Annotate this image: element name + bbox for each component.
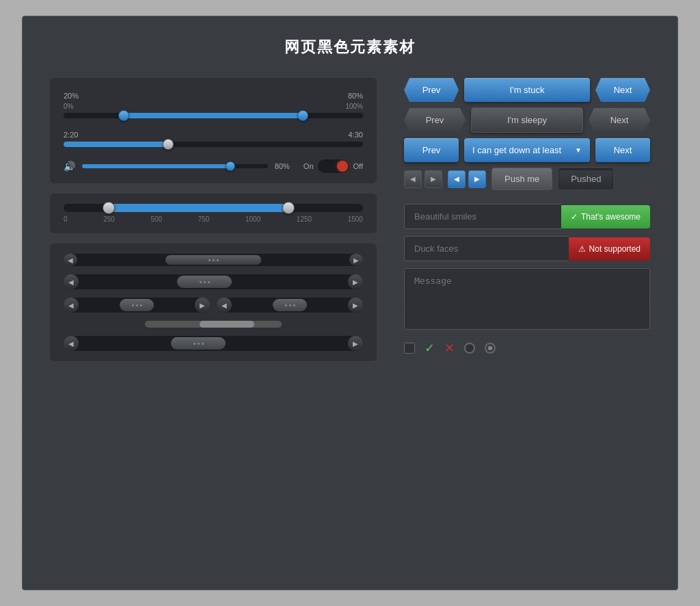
multi-track[interactable] bbox=[64, 204, 363, 212]
hscroll-thumb-2[interactable] bbox=[177, 276, 232, 288]
toggle-off-label: Off bbox=[353, 162, 363, 170]
range-thumb-1-left[interactable] bbox=[118, 110, 129, 121]
scroll-arrow-left-3[interactable]: ◀ bbox=[64, 336, 79, 351]
multi-fill bbox=[109, 204, 288, 212]
prev-button-3[interactable]: Prev bbox=[404, 138, 459, 162]
smiles-badge-text: That's awesome bbox=[581, 212, 641, 222]
range1-left-val: 20% bbox=[64, 92, 79, 100]
volume-icon: 🔊 bbox=[64, 161, 75, 172]
scroll-arrow-right-3[interactable]: ▶ bbox=[348, 336, 363, 351]
form-row-2: ⚠ Not supported bbox=[404, 236, 650, 261]
btn-row-3: Prev I can get down at least ▼ Next bbox=[404, 138, 650, 162]
range-slider-1: 20% 80% 0% 100% bbox=[64, 92, 363, 118]
half-thumb-left[interactable] bbox=[120, 299, 154, 311]
mini-hscroll[interactable] bbox=[145, 321, 282, 328]
radio-dot[interactable] bbox=[485, 343, 496, 354]
volume-thumb[interactable] bbox=[226, 161, 235, 171]
radio-inner bbox=[488, 346, 492, 350]
toggle-on-label: On bbox=[304, 162, 314, 170]
radio-unchecked[interactable] bbox=[464, 343, 475, 354]
sliders-section: 20% 80% 0% 100% 2:2 bbox=[50, 78, 377, 183]
toggle-area: On Off bbox=[304, 159, 363, 173]
range-thumb-2[interactable] bbox=[163, 139, 174, 150]
checkbox-unchecked[interactable] bbox=[404, 343, 415, 354]
smiles-badge-icon: ✓ bbox=[571, 212, 578, 222]
duck-badge-icon: ⚠ bbox=[578, 244, 586, 254]
nav-right-gray[interactable]: ▶ bbox=[425, 170, 442, 188]
content-area: 20% 80% 0% 100% 2:2 bbox=[50, 78, 650, 371]
check-green-icon[interactable]: ✓ bbox=[425, 341, 435, 356]
right-panel: Prev I'm stuck Next Prev I'm sleepy Next… bbox=[404, 78, 650, 371]
mini-hfill bbox=[200, 321, 254, 328]
scroll-arrow-right-1[interactable]: ▶ bbox=[349, 254, 363, 266]
pushed-button[interactable]: Pushed bbox=[558, 168, 614, 190]
next-button-3[interactable]: Next bbox=[595, 138, 650, 162]
multi-thumb-right[interactable] bbox=[282, 202, 295, 214]
beautiful-smiles-input[interactable] bbox=[404, 204, 561, 229]
btn-row-2: Prev I'm sleepy Next bbox=[404, 107, 650, 133]
range2-left-label: 2:20 bbox=[64, 131, 78, 139]
bottom-scroll-section: ◀ ▶ bbox=[64, 336, 363, 351]
multi-thumb-left[interactable] bbox=[103, 202, 115, 214]
next-button-2[interactable]: Next bbox=[589, 108, 650, 132]
scrollbar-section: ◀ ▶ ◀ ▶ bbox=[50, 243, 377, 361]
range-fill-2 bbox=[64, 142, 168, 147]
scroll-arrow-left-2[interactable]: ◀ bbox=[64, 274, 79, 289]
range-slider-2: 2:20 4:30 bbox=[64, 131, 363, 147]
hscroll-thumb-1[interactable] bbox=[165, 255, 261, 265]
toggle-dot bbox=[337, 161, 348, 172]
scroll-dot bbox=[200, 281, 202, 283]
buttons-section: Prev I'm stuck Next Prev I'm sleepy Next… bbox=[404, 78, 650, 190]
dropdown-button[interactable]: I can get down at least ▼ bbox=[464, 138, 590, 162]
range-track-2[interactable] bbox=[64, 142, 363, 147]
main-container: 网页黑色元素素材 20% 80% 0% 100% bbox=[22, 16, 678, 590]
smiles-badge-green: ✓ That's awesome bbox=[561, 205, 650, 228]
half-arrow-left-1[interactable]: ◀ bbox=[64, 298, 79, 313]
duck-faces-input[interactable] bbox=[404, 236, 569, 261]
range2-right-label: 4:30 bbox=[349, 131, 363, 139]
bottom-scroll-track[interactable]: ◀ ▶ bbox=[64, 336, 363, 351]
push-me-button[interactable]: Push me bbox=[492, 168, 552, 190]
nav-right-blue[interactable]: ▶ bbox=[468, 170, 486, 188]
sleepy-button[interactable]: I'm sleepy bbox=[471, 107, 583, 133]
volume-track[interactable] bbox=[82, 164, 268, 168]
form-section: ✓ That's awesome ⚠ Not supported bbox=[404, 204, 650, 356]
btn-row-4: ◀ ▶ ◀ ▶ Push me Pushed bbox=[404, 168, 650, 190]
volume-fill bbox=[82, 164, 230, 168]
check-red-icon[interactable]: ✕ bbox=[444, 341, 455, 356]
toggle-switch[interactable] bbox=[318, 159, 349, 173]
dropdown-arrow-icon: ▼ bbox=[575, 146, 582, 154]
stuck-button[interactable]: I'm stuck bbox=[464, 78, 590, 102]
nav-left-gray[interactable]: ◀ bbox=[404, 170, 422, 188]
half-arrow-right-1[interactable]: ▶ bbox=[195, 298, 210, 313]
scroll-dot bbox=[208, 259, 211, 261]
scroll-arrow-left-1[interactable]: ◀ bbox=[64, 254, 77, 266]
volume-row: 🔊 80% On Off bbox=[64, 159, 363, 173]
volume-label: 80% bbox=[275, 162, 290, 170]
left-panel: 20% 80% 0% 100% 2:2 bbox=[50, 78, 377, 371]
two-scrolls: ◀ ▶ ◀ bbox=[64, 298, 363, 313]
message-textarea[interactable] bbox=[404, 268, 650, 330]
duck-badge-text: Not supported bbox=[589, 244, 641, 254]
half-scroll-left[interactable]: ◀ ▶ bbox=[64, 298, 210, 313]
range-fill-1 bbox=[124, 113, 304, 118]
bottom-scroll-thumb[interactable] bbox=[171, 337, 226, 350]
half-arrow-left-2[interactable]: ◀ bbox=[217, 298, 232, 313]
range1-max: 100% bbox=[345, 103, 363, 110]
half-thumb-right[interactable] bbox=[273, 299, 307, 311]
prev-button-1[interactable]: Prev bbox=[404, 78, 459, 102]
range-track-1[interactable] bbox=[64, 113, 363, 118]
multi-axis: 0 250 500 750 1000 1250 1500 bbox=[64, 215, 363, 223]
hscroll-track-2[interactable]: ◀ ▶ bbox=[64, 274, 363, 289]
dropdown-label: I can get down at least bbox=[472, 145, 561, 155]
scroll-arrow-right-2[interactable]: ▶ bbox=[348, 274, 363, 289]
nav-left-blue[interactable]: ◀ bbox=[448, 170, 466, 188]
range1-right-val: 80% bbox=[348, 92, 363, 100]
hscroll-track-1[interactable]: ◀ ▶ bbox=[64, 254, 363, 266]
next-button-1[interactable]: Next bbox=[595, 78, 650, 102]
range-thumb-1-right[interactable] bbox=[297, 110, 308, 121]
prev-button-2[interactable]: Prev bbox=[404, 108, 466, 132]
half-scroll-right[interactable]: ◀ ▶ bbox=[217, 298, 363, 313]
nav-arrows-gray: ◀ ▶ bbox=[404, 170, 442, 188]
half-arrow-right-2[interactable]: ▶ bbox=[348, 298, 363, 313]
